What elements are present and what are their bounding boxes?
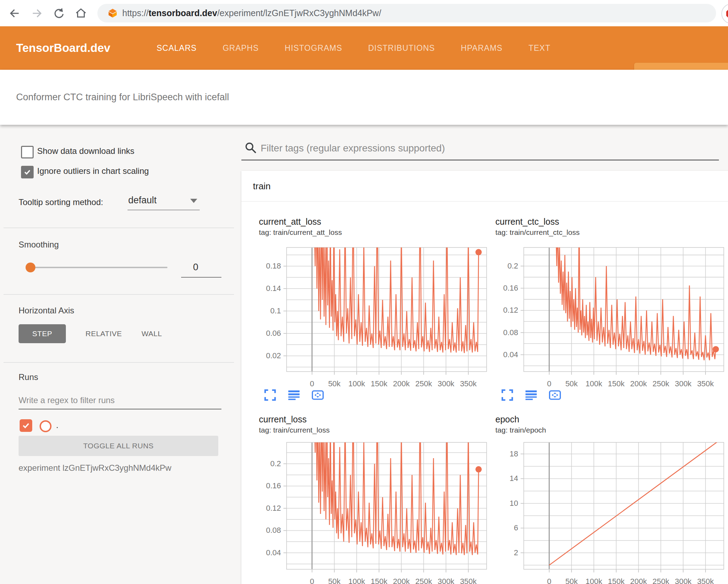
search-icon: [245, 142, 257, 154]
chart-tag-current_ctc_loss: tag: train/current_ctc_loss: [495, 228, 579, 237]
browser-extension-icon[interactable]: [721, 4, 728, 24]
experiment-title-band: Conformer CTC training for LibriSpeech w…: [0, 70, 728, 125]
smoothing-value-underline: [181, 277, 221, 278]
svg-text:200k: 200k: [393, 379, 410, 388]
tooltip-sorting-select[interactable]: default: [128, 195, 157, 206]
svg-text:2: 2: [514, 548, 518, 557]
forward-icon[interactable]: [30, 7, 43, 20]
chart-title-current_att_loss: current_att_loss: [259, 217, 321, 227]
svg-text:50k: 50k: [565, 379, 578, 388]
svg-text:0.2: 0.2: [507, 262, 518, 270]
chevron-down-icon[interactable]: [190, 199, 197, 203]
tab-hparams[interactable]: HPARAMS: [461, 43, 502, 53]
svg-text:0: 0: [310, 577, 314, 584]
svg-text:150k: 150k: [608, 379, 625, 388]
tab-histograms[interactable]: HISTOGRAMS: [285, 43, 342, 53]
run-name: .: [56, 420, 59, 430]
svg-text:300k: 300k: [438, 577, 455, 584]
content: Show data download links Ignore outliers…: [0, 125, 728, 584]
chart-plot-epoch[interactable]: 050k100k150k200k250k300k350k26101418: [489, 440, 728, 584]
ignore-outliers-checkbox[interactable]: [21, 166, 34, 178]
tab-distributions[interactable]: DISTRIBUTIONS: [368, 43, 435, 53]
svg-text:150k: 150k: [371, 577, 388, 584]
svg-text:0: 0: [310, 379, 314, 388]
svg-text:300k: 300k: [675, 379, 692, 388]
divider: [4, 362, 234, 363]
url-bar[interactable]: https://tensorboard.dev/experiment/lzGnE…: [97, 4, 716, 22]
divider: [4, 294, 234, 295]
horizontal-axis-label: Horizontal Axis: [19, 306, 74, 315]
app-header: TensorBoard.dev SCALARSGRAPHSHISTOGRAMSD…: [0, 26, 728, 70]
svg-text:0.18: 0.18: [266, 262, 281, 270]
svg-text:350k: 350k: [697, 379, 714, 388]
show-download-checkbox[interactable]: [21, 146, 34, 158]
app-brand[interactable]: TensorBoard.dev: [16, 26, 110, 70]
chart-tag-current_loss: tag: train/current_loss: [259, 426, 330, 434]
svg-text:200k: 200k: [630, 379, 647, 388]
checkmark-icon: [21, 421, 30, 430]
svg-text:0.16: 0.16: [503, 284, 518, 292]
svg-text:0.08: 0.08: [266, 526, 281, 535]
chart-plot-current_ctc_loss[interactable]: 050k100k150k200k250k300k350k0.040.080.12…: [489, 245, 728, 394]
svg-text:0.1: 0.1: [270, 306, 281, 315]
experiment-id-line: experiment lzGnETjwRxC3yghNMd4kPw: [19, 463, 171, 473]
back-icon[interactable]: [8, 7, 21, 20]
filter-tags-input[interactable]: Filter tags (regular expressions support…: [261, 143, 445, 154]
svg-text:0.2: 0.2: [270, 459, 281, 468]
chart-plot-current_att_loss[interactable]: 050k100k150k200k250k300k350k0.020.060.10…: [252, 245, 497, 394]
checkmark-icon: [23, 168, 32, 176]
smoothing-value[interactable]: 0: [193, 262, 198, 273]
svg-text:0.14: 0.14: [266, 284, 281, 293]
tab-text[interactable]: TEXT: [528, 43, 550, 53]
home-icon[interactable]: [75, 7, 87, 20]
svg-text:0.06: 0.06: [266, 329, 281, 338]
runs-filter-input[interactable]: Write a regex to filter runs: [19, 395, 115, 405]
svg-text:50k: 50k: [328, 577, 341, 584]
axis-option-relative[interactable]: RELATIVE: [85, 330, 122, 338]
tensorboard-favicon-icon: [108, 8, 117, 18]
tooltip-sorting-label: Tooltip sorting method:: [19, 197, 103, 207]
svg-text:6: 6: [514, 523, 518, 532]
divider: [4, 228, 234, 228]
page: https://tensorboard.dev/experiment/lzGnE…: [0, 0, 728, 584]
axis-option-step[interactable]: STEP: [19, 324, 66, 343]
run-color-swatch[interactable]: [40, 420, 51, 432]
svg-text:350k: 350k: [697, 577, 714, 584]
svg-text:0.12: 0.12: [266, 504, 281, 512]
svg-text:0.08: 0.08: [503, 328, 518, 337]
tab-scalars[interactable]: SCALARS: [157, 43, 197, 53]
svg-text:100k: 100k: [348, 577, 365, 584]
chart-plot-current_loss[interactable]: 050k100k150k200k250k300k350k0.040.080.12…: [252, 440, 497, 584]
svg-text:350k: 350k: [460, 379, 477, 388]
tooltip-sorting-underline: [128, 210, 200, 210]
smoothing-slider[interactable]: [30, 267, 167, 268]
svg-text:18: 18: [510, 449, 518, 458]
svg-text:0.04: 0.04: [266, 548, 281, 557]
svg-text:0: 0: [547, 379, 551, 388]
tab-graphs[interactable]: GRAPHS: [222, 43, 259, 53]
svg-text:10: 10: [510, 499, 518, 508]
svg-text:0: 0: [547, 577, 551, 584]
smoothing-slider-thumb[interactable]: [26, 263, 35, 272]
svg-text:300k: 300k: [438, 379, 455, 388]
chart-title-current_ctc_loss: current_ctc_loss: [495, 217, 559, 227]
train-card-title[interactable]: train: [253, 181, 271, 192]
extension-octagon-icon: [726, 8, 728, 19]
nav-tabs: SCALARSGRAPHSHISTOGRAMSDISTRIBUTIONSHPAR…: [157, 26, 550, 70]
url-text: https://tensorboard.dev/experiment/lzGnE…: [122, 8, 381, 18]
svg-text:200k: 200k: [393, 577, 410, 584]
toggle-all-runs-button[interactable]: TOGGLE ALL RUNS: [19, 436, 218, 456]
card-header-divider: [241, 201, 728, 202]
run-checkbox[interactable]: [20, 419, 32, 432]
url-host: tensorboard.dev: [149, 8, 217, 18]
svg-text:200k: 200k: [630, 577, 647, 584]
svg-text:250k: 250k: [652, 379, 669, 388]
svg-text:50k: 50k: [328, 379, 341, 388]
show-download-label: Show data download links: [37, 146, 135, 156]
svg-text:150k: 150k: [608, 577, 625, 584]
svg-text:0.02: 0.02: [266, 351, 281, 360]
reload-icon[interactable]: [53, 7, 65, 20]
svg-text:14: 14: [510, 474, 518, 483]
axis-option-wall[interactable]: WALL: [142, 330, 162, 338]
url-protocol: https://: [122, 8, 149, 18]
